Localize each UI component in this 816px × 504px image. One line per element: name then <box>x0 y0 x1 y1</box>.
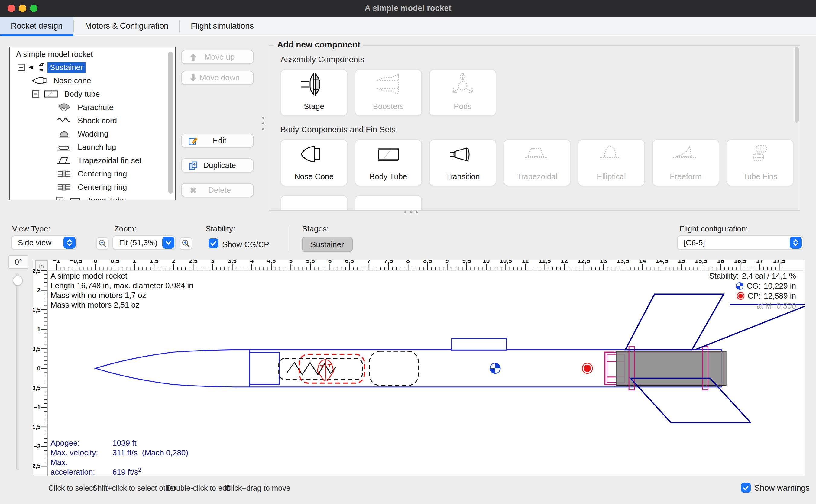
show-warnings-checkbox[interactable] <box>741 483 751 493</box>
svg-text:14: 14 <box>639 260 646 264</box>
tree-scrollbar[interactable] <box>168 52 173 194</box>
tree-item[interactable]: Shock cord <box>10 114 175 127</box>
add-component-card[interactable]: Freeform <box>652 139 719 186</box>
collapse-icon[interactable] <box>17 63 25 71</box>
minimize-window-icon[interactable] <box>19 5 26 12</box>
show-warnings-label: Show warnings <box>754 483 810 493</box>
parachute-icon <box>56 103 72 112</box>
delete-button[interactable]: Delete <box>181 183 254 197</box>
svg-text:15,5: 15,5 <box>695 260 707 264</box>
stage-toggle-sustainer[interactable]: Sustainer <box>302 237 353 252</box>
svg-text:1,5: 1,5 <box>150 260 158 264</box>
flight-config-select[interactable]: [C6-5] <box>677 235 803 250</box>
stability-label: Stability: <box>206 224 235 234</box>
svg-text:13,5: 13,5 <box>617 260 629 264</box>
add-panel-scrollbar[interactable] <box>795 47 799 123</box>
rotation-angle-box[interactable]: 0° <box>8 255 28 269</box>
show-cg-cp-checkbox[interactable] <box>209 238 218 248</box>
show-cg-cp-label: Show CG/CP <box>222 240 269 249</box>
svg-text:−0,5: −0,5 <box>70 260 83 264</box>
chevron-updown-icon <box>63 237 76 249</box>
hint-shift-click: Shift+click to select other <box>92 484 176 493</box>
add-component-card[interactable]: Trapezoidal <box>504 139 571 186</box>
hint-double-click: Double-click to edit <box>167 484 230 493</box>
tree-item[interactable]: Centering ring <box>10 180 175 194</box>
zoom-select[interactable]: Fit (51,3%) <box>112 235 176 250</box>
svg-text:6,5: 6,5 <box>345 260 354 264</box>
edit-icon <box>188 136 198 146</box>
rotation-slider-thumb[interactable] <box>13 276 23 286</box>
svg-text:17,5: 17,5 <box>773 260 785 264</box>
move-up-button[interactable]: Move up <box>181 50 254 64</box>
vertical-splitter-handle[interactable] <box>262 117 264 130</box>
rocket-icon <box>28 63 44 72</box>
card-label: Pods <box>454 102 471 111</box>
svg-text:9: 9 <box>445 260 449 264</box>
add-component-card[interactable]: Boosters <box>355 69 422 116</box>
edit-button[interactable]: Edit <box>181 134 254 148</box>
tree-item[interactable]: Sustainer <box>10 61 175 74</box>
add-panel-sections: Assembly ComponentsStageBoostersPodsBody… <box>269 46 800 210</box>
card-label: Trapezoidal <box>517 172 558 181</box>
maximize-window-icon[interactable] <box>30 5 37 12</box>
svg-text:0,5: 0,5 <box>33 345 40 352</box>
zoom-out-button[interactable] <box>96 237 109 250</box>
close-window-icon[interactable] <box>8 5 15 12</box>
tree-item-label: Parachute <box>75 102 116 113</box>
tree-item[interactable]: Trapezoidal fin set <box>10 154 175 167</box>
svg-text:2,5: 2,5 <box>189 260 198 264</box>
tree-item[interactable]: Wadding <box>10 127 175 141</box>
tree-item[interactable]: Inner Tube <box>10 194 175 200</box>
add-component-card-partial[interactable] <box>280 195 348 210</box>
add-component-card[interactable]: Tube Fins <box>727 139 794 186</box>
component-tree-rows: SustainerNose coneBody tubeParachuteShoc… <box>10 61 175 200</box>
svg-text:11: 11 <box>522 260 529 264</box>
tree-item[interactable]: Centering ring <box>10 167 175 180</box>
arrow-down-icon <box>188 73 198 83</box>
tab-motors-configuration[interactable]: Motors & Configuration <box>74 17 179 36</box>
svg-text:15: 15 <box>678 260 685 264</box>
tree-item-label: Centering ring <box>75 169 129 179</box>
duplicate-button[interactable]: Duplicate <box>181 158 254 173</box>
wadding-icon <box>56 129 72 138</box>
card-label: Elliptical <box>597 172 626 181</box>
launchlug-icon <box>56 143 72 152</box>
add-component-card[interactable]: Elliptical <box>578 139 645 186</box>
svg-text:12,5: 12,5 <box>578 260 590 264</box>
view-type-select[interactable]: Side view <box>11 235 77 250</box>
tree-item[interactable]: Launch lug <box>10 141 175 154</box>
cg-marker <box>490 363 500 373</box>
horizontal-ruler: −1−0,500,511,522,533,544,555,566,577,588… <box>53 260 785 270</box>
tree-item[interactable]: Parachute <box>10 101 175 114</box>
tubefins-icon <box>743 141 777 168</box>
zoom-in-icon <box>181 239 191 248</box>
tree-item-label: Trapezoidal fin set <box>75 155 144 166</box>
svg-text:1: 1 <box>133 260 136 264</box>
tree-item-label: Body tube <box>62 89 102 99</box>
svg-text:3: 3 <box>211 260 215 264</box>
add-component-card[interactable]: Body Tube <box>355 139 422 186</box>
add-component-card-partial[interactable] <box>355 195 422 210</box>
rotation-slider-track[interactable] <box>16 273 19 470</box>
tab-rocket-design[interactable]: Rocket design <box>0 17 73 36</box>
add-component-card[interactable]: Transition <box>429 139 496 186</box>
main-tab-bar: Rocket design Motors & Configuration Fli… <box>0 17 816 36</box>
move-down-button[interactable]: Move down <box>181 71 254 85</box>
zoom-in-button[interactable] <box>180 237 192 250</box>
horizontal-splitter-handle[interactable] <box>404 211 418 213</box>
add-component-card[interactable]: Stage <box>280 69 348 116</box>
expand-icon[interactable] <box>56 196 64 200</box>
tree-item[interactable]: Body tube <box>10 87 175 101</box>
tree-root[interactable]: A simple model rocket <box>10 47 175 61</box>
add-new-component-panel: Add new component Assembly ComponentsSta… <box>269 45 800 211</box>
zoom-label: Zoom: <box>114 224 137 234</box>
add-component-card[interactable]: Nose Cone <box>280 139 348 186</box>
component-tree[interactable]: A simple model rocket SustainerNose cone… <box>9 47 176 200</box>
svg-text:0: 0 <box>37 365 40 372</box>
tree-item[interactable]: Nose cone <box>10 74 175 87</box>
tab-flight-simulations[interactable]: Flight simulations <box>180 17 265 36</box>
add-component-card[interactable]: Pods <box>429 69 496 116</box>
delete-icon <box>188 186 198 195</box>
collapse-icon[interactable] <box>32 90 40 98</box>
svg-text:4: 4 <box>250 260 254 264</box>
